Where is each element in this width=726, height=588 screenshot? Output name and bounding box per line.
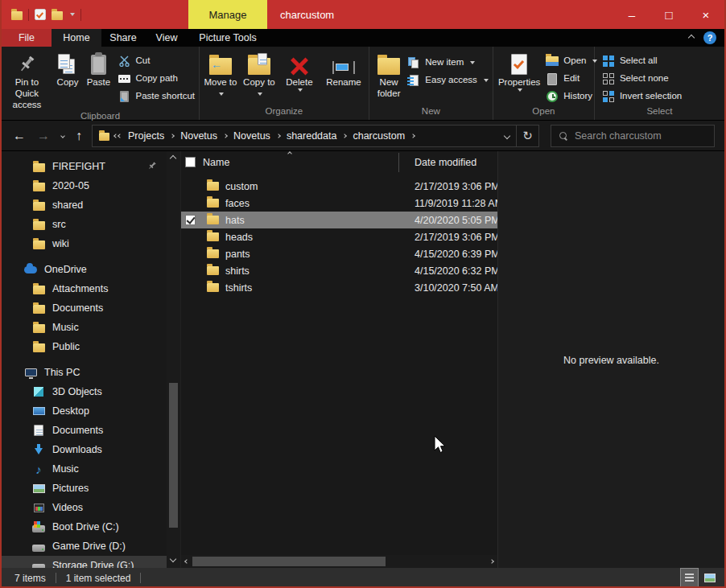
file-row-shirts[interactable]: shirts 4/15/2020 6:32 PM — [181, 262, 497, 279]
paste-button[interactable]: Paste — [83, 51, 113, 89]
rename-button[interactable]: Rename — [321, 51, 366, 89]
sidebar-item-music-onedrive[interactable]: Music — [2, 318, 167, 337]
back-button[interactable]: ← — [13, 129, 26, 143]
sidebar-item-firefight[interactable]: FIREFIGHT — [2, 157, 167, 176]
folder-icon[interactable] — [11, 11, 23, 20]
sidebar-item-shared[interactable]: shared — [2, 195, 167, 215]
breadcrumb-chevron-icon[interactable] — [410, 134, 415, 138]
breadcrumb-segment[interactable]: shareddata — [285, 130, 339, 142]
breadcrumb-chevron-icon[interactable] — [170, 134, 175, 138]
easy-access-button[interactable]: Easy access — [403, 72, 493, 89]
breadcrumb-segment[interactable]: Novetus — [232, 130, 272, 142]
move-to-button[interactable]: ← Move to — [202, 51, 239, 101]
file-row-faces[interactable]: faces 11/9/2019 11:28 AM — [181, 195, 497, 212]
contextual-ribbon-header-manage[interactable]: Manage — [188, 0, 267, 29]
folder-icon[interactable] — [52, 11, 63, 20]
scrollbar-thumb[interactable] — [192, 557, 386, 566]
tab-home[interactable]: Home — [52, 29, 101, 47]
properties-check-icon[interactable] — [35, 9, 46, 20]
scroll-up-icon[interactable] — [170, 155, 176, 162]
sidebar-item-attachments[interactable]: Attachments — [2, 279, 167, 298]
properties-button[interactable]: Properties — [497, 51, 542, 93]
address-dropdown-icon[interactable] — [504, 132, 510, 138]
navigation-pane: FIREFIGHT 2020-05 shared src wiki — [2, 151, 167, 568]
file-row-custom[interactable]: custom 2/17/2019 3:06 PM — [181, 178, 497, 195]
delete-button[interactable]: Delete — [279, 51, 320, 93]
breadcrumb-segment[interactable]: Novetus — [179, 130, 219, 142]
sidebar-item-downloads[interactable]: Downloads — [2, 440, 167, 459]
select-all-checkbox[interactable] — [185, 157, 196, 167]
recent-locations-icon[interactable] — [60, 134, 65, 138]
file-row-tshirts[interactable]: tshirts 3/10/2020 7:50 AM — [181, 279, 497, 296]
sidebar-item-music[interactable]: ♪ Music — [2, 459, 167, 479]
breadcrumb-chevron-icon[interactable] — [276, 134, 281, 138]
sidebar-item-desktop[interactable]: Desktop — [2, 401, 167, 421]
tab-view[interactable]: View — [145, 29, 188, 47]
row-checkbox[interactable] — [185, 215, 196, 225]
folder-icon — [32, 219, 45, 230]
sidebar-item-boot-drive[interactable]: Boot Drive (C:) — [2, 517, 167, 537]
sidebar-scrollbar[interactable] — [167, 151, 180, 568]
breadcrumb-chevron-icon[interactable] — [343, 134, 348, 138]
up-button[interactable]: ↑ — [76, 129, 82, 143]
sidebar-item-src[interactable]: src — [2, 215, 167, 234]
close-button[interactable]: × — [687, 0, 724, 29]
file-row-heads[interactable]: heads 2/17/2019 3:06 PM — [181, 228, 497, 245]
file-row-pants[interactable]: pants 4/15/2020 6:39 PM — [181, 245, 497, 262]
search-box[interactable] — [551, 125, 715, 147]
edit-button[interactable]: Edit — [542, 70, 601, 88]
select-all-button[interactable]: Select all — [598, 52, 686, 70]
sidebar-item-wiki[interactable]: wiki — [2, 234, 167, 253]
sidebar-item-documents[interactable]: Documents — [2, 421, 167, 440]
search-input[interactable] — [575, 130, 706, 142]
sidebar-item-public[interactable]: Public — [2, 337, 167, 356]
breadcrumb-segment[interactable]: Projects — [126, 130, 166, 142]
invert-selection-button[interactable]: Invert selection — [598, 88, 686, 105]
tab-file[interactable]: File — [2, 29, 52, 47]
sidebar-item-2020-05[interactable]: 2020-05 — [2, 176, 167, 195]
large-icons-view-button[interactable] — [701, 569, 718, 586]
tab-share[interactable]: Share — [101, 29, 145, 47]
column-divider[interactable] — [398, 153, 399, 172]
sidebar-item-videos[interactable]: Videos — [2, 498, 167, 517]
address-bar[interactable]: Projects Novetus Novetus shareddata char… — [92, 125, 517, 147]
new-folder-button[interactable]: New folder — [374, 51, 403, 101]
sidebar-item-this-pc[interactable]: This PC — [2, 363, 167, 382]
sidebar-item-storage-drive[interactable]: Storage Drive (G:) — [2, 556, 167, 568]
paste-shortcut-button[interactable]: Paste shortcut — [114, 88, 200, 105]
details-view-button[interactable] — [681, 569, 698, 586]
maximize-button[interactable]: □ — [650, 0, 687, 29]
new-item-button[interactable]: New item — [403, 54, 493, 72]
scroll-right-icon[interactable] — [489, 559, 494, 564]
sidebar-item-pictures[interactable]: Pictures — [2, 479, 167, 498]
sidebar-item-documents-onedrive[interactable]: Documents — [2, 298, 167, 318]
scrollbar-thumb[interactable] — [169, 383, 178, 528]
minimize-ribbon-icon[interactable] — [688, 35, 695, 41]
breadcrumb-segment[interactable]: charcustom — [351, 130, 406, 142]
tab-picture-tools[interactable]: Picture Tools — [188, 29, 267, 47]
forward-button[interactable]: → — [37, 129, 50, 143]
breadcrumb-overflow-icon[interactable] — [114, 134, 122, 138]
sidebar-item-game-drive[interactable]: Game Drive (D:) — [2, 537, 167, 556]
cut-button[interactable]: Cut — [114, 52, 200, 70]
open-button[interactable]: Open — [542, 52, 601, 70]
column-header-date-modified[interactable]: Date modified — [406, 157, 476, 168]
copy-button[interactable]: Copy — [52, 51, 83, 89]
qat-customize-icon[interactable] — [70, 13, 75, 16]
column-header-name[interactable]: Name — [181, 157, 406, 168]
scroll-down-icon[interactable] — [170, 556, 176, 562]
horizontal-scrollbar[interactable] — [181, 555, 497, 568]
refresh-button[interactable]: ↻ — [517, 125, 539, 147]
scroll-left-icon[interactable] — [184, 559, 189, 564]
file-row-hats[interactable]: hats 4/20/2020 5:05 PM — [181, 212, 497, 228]
sidebar-item-3d-objects[interactable]: 3D Objects — [2, 382, 167, 401]
breadcrumb-chevron-icon[interactable] — [223, 134, 228, 138]
minimize-button[interactable]: – — [613, 0, 650, 29]
sidebar-item-onedrive[interactable]: OneDrive — [2, 260, 167, 279]
select-none-button[interactable]: Select none — [598, 70, 686, 88]
help-icon[interactable]: ? — [703, 31, 716, 44]
history-button[interactable]: History — [542, 88, 601, 105]
copy-path-button[interactable]: Copy path — [114, 70, 200, 88]
pin-to-quick-access-button[interactable]: Pin to Quick access — [2, 51, 52, 111]
copy-to-button[interactable]: Copy to — [241, 51, 278, 101]
